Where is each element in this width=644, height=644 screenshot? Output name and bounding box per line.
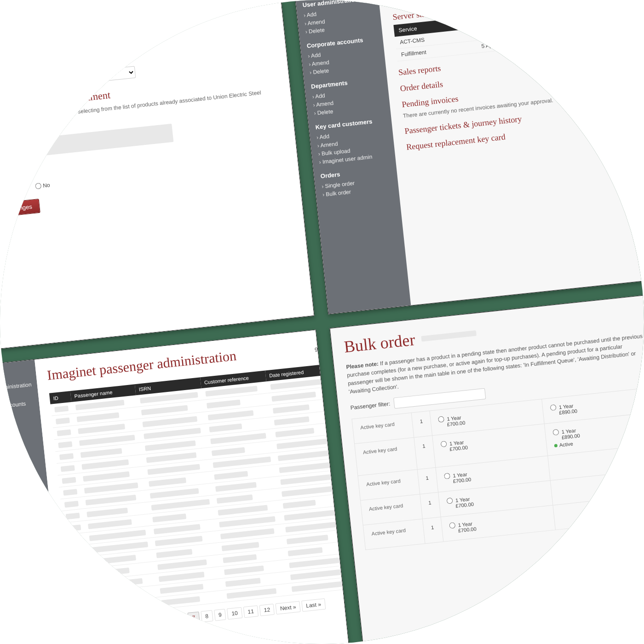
cell-placeholder	[216, 494, 253, 503]
bulk-qty: 1	[422, 517, 443, 544]
panel-dashboard: User administration AddAmendDelete Corpo…	[294, 0, 644, 315]
cell-placeholder	[93, 567, 130, 576]
page-9[interactable]: 9	[214, 609, 226, 621]
heading-server-status: Server status	[392, 0, 614, 22]
cell-placeholder	[159, 571, 205, 581]
dashboard-main: Your dashboard Server status Service Las…	[377, 0, 644, 305]
cell-placeholder	[207, 410, 253, 420]
bulk-order-title: Bulk order	[343, 330, 416, 356]
cell-placeholder	[88, 519, 132, 529]
passenger-table: IDPassenger nameISRNCustomer referenceDa…	[49, 360, 351, 618]
bulk-qty: 1	[417, 467, 438, 494]
cell-placeholder	[273, 404, 310, 413]
bulk-order-table: Active key card1 1 Year£700.00 1 Year£89…	[351, 387, 644, 550]
cell-placeholder	[65, 512, 80, 519]
cell-placeholder	[76, 412, 119, 422]
circle-clip: Primary departmental administrator admin…	[0, 0, 644, 644]
panel-department-admin: Primary departmental administrator admin…	[0, 0, 315, 350]
page-6[interactable]: 6	[174, 613, 187, 625]
page-10[interactable]: 10	[227, 607, 242, 620]
cell-placeholder	[226, 588, 276, 598]
side-item-admin[interactable]: administration	[0, 381, 32, 391]
deselect-all-button[interactable]: Deselect all	[14, 122, 53, 138]
cell-placeholder	[74, 596, 88, 603]
cell-placeholder	[72, 572, 86, 579]
cell-placeholder	[57, 429, 71, 436]
cell-placeholder	[83, 471, 130, 481]
cell-placeholder	[156, 549, 192, 558]
cell-placeholder	[64, 500, 79, 507]
cell-placeholder	[287, 535, 328, 544]
side-item-accounts[interactable]: e accounts	[0, 400, 34, 410]
cell-placeholder	[75, 608, 90, 615]
dashboard-title: Your dashboard	[390, 0, 612, 6]
cell-placeholder	[214, 471, 248, 480]
cell-placeholder	[155, 535, 202, 546]
bulk-qty: 1	[420, 492, 441, 519]
cell-placeholder	[160, 584, 203, 594]
radio-active-no[interactable]: No	[35, 182, 51, 190]
cell-placeholder	[224, 565, 264, 575]
label-passenger-filter: Passenger filter:	[350, 401, 391, 411]
cell-placeholder	[92, 555, 136, 565]
cell-placeholder	[58, 441, 72, 448]
see-more-link[interactable]: See more »	[350, 529, 351, 538]
cell-placeholder	[271, 391, 316, 402]
label-administrator: administrator:	[0, 82, 11, 92]
cell-placeholder	[225, 578, 260, 587]
cell-placeholder	[274, 416, 309, 426]
cell-placeholder	[63, 489, 77, 495]
panel-passenger-admin: administration e accounts Imaginet passe…	[0, 329, 350, 644]
save-changes-button[interactable]: Save changes	[0, 199, 40, 218]
cell-placeholder	[221, 542, 259, 551]
cell-placeholder	[59, 453, 74, 460]
cell-placeholder	[70, 560, 85, 567]
cell-placeholder	[86, 507, 128, 517]
select-administrator[interactable]: Mr Departmental Supervisor	[16, 66, 136, 91]
select-all-button[interactable]: Select all	[0, 126, 12, 141]
page-3[interactable]: 3	[135, 617, 148, 629]
cell-placeholder	[68, 536, 82, 543]
cell-placeholder	[95, 591, 132, 600]
cell-placeholder	[291, 581, 348, 592]
page-12[interactable]: 12	[259, 604, 275, 616]
cell-placeholder	[54, 405, 69, 412]
page-7[interactable]: 7	[188, 611, 200, 623]
cell-placeholder	[282, 500, 316, 508]
cell-placeholder	[288, 547, 322, 556]
page-5[interactable]: 5	[161, 614, 174, 626]
cell-placeholder	[212, 447, 245, 456]
cell-placeholder	[161, 596, 200, 606]
cell-placeholder	[62, 477, 76, 483]
cell-placeholder	[97, 602, 142, 612]
cell-placeholder	[207, 399, 241, 408]
cell-placeholder	[56, 417, 70, 424]
page-8[interactable]: 8	[201, 610, 213, 622]
status-last-checked: 5 April 2018 at 14:59	[475, 14, 616, 40]
page-next[interactable]: Next »	[276, 601, 301, 614]
server-status-table: Service Last checked ACT-CMS5 April 2018…	[393, 2, 617, 62]
status-last-checked: 5 April 2018 at 14:59	[476, 26, 617, 53]
cell-placeholder	[149, 477, 186, 486]
cell-placeholder	[60, 465, 75, 472]
cell-placeholder	[223, 554, 257, 563]
panel-bulk-order: Bulk order Please note: If a passenger h…	[329, 294, 644, 644]
page-last[interactable]: Last »	[301, 598, 326, 612]
cell-placeholder	[94, 578, 143, 588]
cell-placeholder	[209, 423, 242, 432]
cell-placeholder	[80, 448, 122, 458]
cell-placeholder	[78, 424, 125, 434]
page-4[interactable]: 4	[148, 615, 161, 627]
tilted-quad-layout: Primary departmental administrator admin…	[0, 0, 644, 644]
bulk-title-placeholder	[421, 330, 477, 341]
cell-placeholder	[154, 524, 201, 534]
cell-placeholder	[81, 459, 129, 470]
page-11[interactable]: 11	[243, 605, 259, 618]
cell-placeholder	[67, 524, 81, 531]
cell-placeholder	[69, 548, 83, 555]
col-last-checked: Last checked	[474, 2, 615, 29]
radio-active-yes[interactable]: Yes	[10, 184, 27, 192]
cell-placeholder	[152, 513, 186, 523]
cell-placeholder	[215, 482, 257, 491]
label-active: Active:	[0, 188, 5, 197]
